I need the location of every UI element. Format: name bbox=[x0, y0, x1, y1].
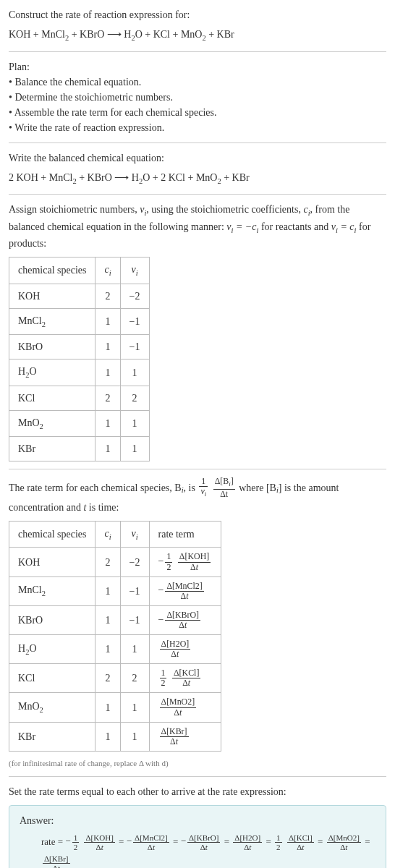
col-nu: νi bbox=[120, 258, 149, 284]
cell-nu: −2 bbox=[120, 284, 149, 308]
col-nu: νi bbox=[120, 521, 149, 548]
plan-item: Write the rate of reaction expression. bbox=[9, 120, 386, 135]
plan-item: Assemble the rate term for each chemical… bbox=[9, 105, 386, 120]
txt: Δ[B bbox=[215, 476, 229, 486]
eq-part: + KBrO ⟶ H bbox=[69, 29, 131, 40]
plan-list: Balance the chemical equation. Determine… bbox=[9, 75, 386, 135]
cell-nu: 1 bbox=[120, 437, 149, 461]
table-row: H2O11 bbox=[9, 359, 150, 386]
cell-c: 2 bbox=[95, 548, 120, 576]
table-row: KCl22 bbox=[9, 386, 150, 410]
divider bbox=[9, 776, 386, 777]
cell-c: 1 bbox=[95, 437, 120, 461]
cell-species: H2O bbox=[9, 635, 95, 664]
cell-species: KBr bbox=[9, 437, 95, 461]
cell-nu: −1 bbox=[120, 308, 149, 335]
nu-i: νi bbox=[140, 204, 146, 215]
answer-box: Answer: rate = −12 Δ[KOH]Δt = −Δ[MnCl2]Δ… bbox=[9, 805, 386, 868]
cell-nu: −1 bbox=[120, 335, 149, 359]
txt: Assign stoichiometric numbers, bbox=[9, 204, 140, 215]
col-species: chemical species bbox=[9, 258, 95, 284]
divider bbox=[9, 142, 386, 143]
table-row: KBrO1−1−Δ[KBrO]Δt bbox=[9, 605, 221, 634]
cell-nu: −2 bbox=[120, 548, 149, 576]
table-row: MnO211Δ[MnO2]Δt bbox=[9, 693, 221, 722]
cell-nu: 2 bbox=[120, 664, 149, 693]
eq-part: + KBrO ⟶ H bbox=[77, 172, 139, 183]
rateterm-text: The rate term for each chemical species,… bbox=[9, 477, 386, 515]
txt: , is bbox=[184, 482, 198, 493]
txt: ] bbox=[231, 476, 234, 486]
cell-species: MnCl2 bbox=[9, 576, 95, 605]
plan-item: Determine the stoichiometric numbers. bbox=[9, 90, 386, 105]
balanced-section: Write the balanced chemical equation: 2 … bbox=[9, 150, 386, 187]
sym: = −c bbox=[233, 221, 256, 232]
table-row: KBr11 bbox=[9, 437, 150, 461]
cell-nu: 1 bbox=[120, 693, 149, 722]
intro-section: Construct the rate of reaction expressio… bbox=[9, 7, 386, 44]
cell-c: 1 bbox=[95, 635, 120, 664]
col-c: ci bbox=[95, 258, 120, 284]
cell-c: 1 bbox=[95, 410, 120, 437]
sub-i: i bbox=[136, 533, 138, 541]
table-header-row: chemical species ci νi rate term bbox=[9, 521, 221, 548]
cell-species: H2O bbox=[9, 359, 95, 386]
eq-part: O + 2 KCl + MnO bbox=[143, 172, 217, 183]
cell-species: MnO2 bbox=[9, 410, 95, 437]
txt: for reactants and bbox=[258, 221, 331, 232]
final-heading: Set the rate terms equal to each other t… bbox=[9, 784, 386, 799]
divider bbox=[9, 469, 386, 469]
rel2: νi = ci bbox=[331, 221, 357, 232]
cell-species: KBrO bbox=[9, 605, 95, 634]
eq-part: 2 KOH + MnCl bbox=[9, 172, 72, 183]
txt: is time: bbox=[86, 502, 119, 513]
cell-c: 1 bbox=[95, 308, 120, 335]
rateterm-table: chemical species ci νi rate term KOH2−2−… bbox=[9, 521, 221, 752]
cell-nu: 1 bbox=[120, 359, 149, 386]
answer-label: Answer: bbox=[20, 813, 375, 828]
divider bbox=[9, 194, 386, 195]
c-i: ci bbox=[303, 204, 310, 215]
cell-rate: Δ[KBr]Δt bbox=[149, 722, 221, 751]
cell-nu: 1 bbox=[120, 722, 149, 751]
eq-part: KOH + MnCl bbox=[9, 29, 65, 40]
cell-c: 1 bbox=[95, 693, 120, 722]
rateterm-section: The rate term for each chemical species,… bbox=[9, 477, 386, 769]
num: 1 bbox=[199, 477, 208, 487]
den: νi bbox=[199, 487, 208, 498]
cell-species: KOH bbox=[9, 284, 95, 308]
cell-nu: 2 bbox=[120, 386, 149, 410]
balanced-heading: Write the balanced chemical equation: bbox=[9, 150, 386, 166]
table-row: H2O11Δ[H2O]Δt bbox=[9, 635, 221, 664]
rel1: νi = −ci bbox=[226, 221, 258, 232]
cell-nu: 1 bbox=[120, 635, 149, 664]
cell-species: MnO2 bbox=[9, 693, 95, 722]
rate-expression: rate = −12 Δ[KOH]Δt = −Δ[MnCl2]Δt = −Δ[K… bbox=[20, 831, 375, 868]
col-species: chemical species bbox=[9, 521, 95, 548]
cell-species: KBr bbox=[9, 722, 95, 751]
sub-i: i bbox=[109, 269, 111, 277]
cell-rate: Δ[MnO2]Δt bbox=[149, 693, 221, 722]
cell-rate: Δ[H2O]Δt bbox=[149, 635, 221, 664]
cell-rate: −Δ[MnCl2]Δt bbox=[149, 576, 221, 605]
cell-c: 1 bbox=[95, 605, 120, 634]
sym: = c bbox=[338, 221, 354, 232]
table-header-row: chemical species ci νi bbox=[9, 258, 150, 284]
plan-section: Plan: Balance the chemical equation. Det… bbox=[9, 59, 386, 135]
table-row: MnCl21−1−Δ[MnCl2]Δt bbox=[9, 576, 221, 605]
table-row: MnO211 bbox=[9, 410, 150, 437]
txt: where [B bbox=[239, 482, 276, 493]
stoich-section: Assign stoichiometric numbers, νi, using… bbox=[9, 202, 386, 461]
cell-species: KCl bbox=[9, 664, 95, 693]
stoich-table: chemical species ci νi KOH2−2MnCl21−1KBr… bbox=[9, 257, 150, 461]
frac-1-over-nu: 1νi bbox=[199, 477, 208, 498]
cell-nu: −1 bbox=[120, 605, 149, 634]
cell-c: 1 bbox=[95, 359, 120, 386]
eq-part: + KBr bbox=[221, 172, 250, 183]
table-row: MnCl21−1 bbox=[9, 308, 150, 335]
sub-i: i bbox=[205, 491, 206, 498]
cell-species: MnCl2 bbox=[9, 308, 95, 335]
intro-prompt: Construct the rate of reaction expressio… bbox=[9, 7, 386, 22]
cell-species: KBrO bbox=[9, 335, 95, 359]
txt: , using the stoichiometric coefficients, bbox=[146, 204, 303, 215]
